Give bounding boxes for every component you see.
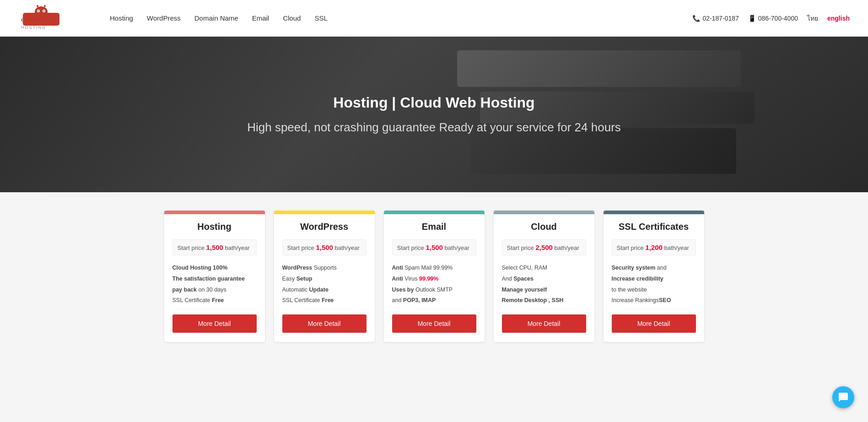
nav-cloud[interactable]: Cloud [283,14,301,22]
header: chaive HOSTING Hosting WordPress Domain … [0,0,868,37]
main-nav: Hosting WordPress Domain Name Email Clou… [110,14,692,22]
hero-subtitle: High speed, not crashing guarantee Ready… [247,120,621,135]
feature-text: Spam Mail 99.99% [403,265,453,271]
chat-icon [838,392,849,403]
card-cloud-price: Start price 2,500 bath/year [502,239,586,255]
card-wordpress-title: WordPress [282,222,367,232]
card-hosting-price-unit: bath/year [225,244,250,251]
card-hosting-title: Hosting [173,222,257,232]
card-wordpress-price-unit: bath/year [335,244,360,251]
card-hosting-features: Cloud Hosting 100% The satisfaction guar… [173,263,257,306]
feature-text: And [502,276,514,282]
feature-text: Easy [282,276,297,282]
nav-hosting[interactable]: Hosting [110,14,133,22]
feature-text: Automatic [282,287,309,293]
card-wordpress-price: Start price 1,500 bath/year [282,239,367,255]
svg-point-7 [37,5,38,7]
card-email-bar [384,211,485,214]
card-email-price: Start price 1,500 bath/year [392,239,476,255]
feature-text: Setup [297,276,313,282]
card-cloud-price-unit: bath/year [555,244,579,251]
card-cloud-btn[interactable]: More Detail [502,314,586,333]
card-ssl-title: SSL Certificates [612,222,696,232]
card-ssl-price-label: Start price [617,244,644,251]
card-ssl-price-unit: bath/year [664,244,689,251]
svg-point-9 [44,5,46,7]
card-email-btn[interactable]: More Detail [392,314,476,333]
card-ssl: SSL Certificates Start price 1,200 bath/… [604,211,704,342]
card-cloud-bar [494,211,594,214]
feature-text: Free [322,297,334,303]
card-ssl-btn[interactable]: More Detail [612,314,696,333]
phone-1-number: 02-187-0187 [702,15,739,22]
card-email-price-unit: bath/year [445,244,469,251]
feature-text: Anti [392,265,403,271]
feature-text: Spaces [513,276,534,282]
feature-text: pay back [173,287,197,293]
card-wordpress-btn[interactable]: More Detail [282,314,367,333]
card-ssl-features: Security system and Increase credibility… [612,263,696,306]
card-cloud-title: Cloud [502,222,586,232]
feature-text: Free [212,297,224,303]
feature-text: Anti [392,276,403,282]
card-hosting-btn[interactable]: More Detail [173,314,257,333]
card-wordpress-features: WordPress Supports Easy Setup Automatic … [282,263,367,306]
card-hosting-price-num: 1,500 [206,243,223,251]
feature-text: Manage yourself [502,287,547,293]
logo-svg: chaive HOSTING [18,5,92,32]
pricing-cards-section: Hosting Start price 1,500 bath/year Clou… [0,192,868,360]
card-wordpress-bar [274,211,375,214]
card-wordpress-price-num: 1,500 [316,243,333,251]
lang-th-button[interactable]: ไทย [807,13,818,23]
feature-text: Update [309,287,329,293]
hero-title: Hosting | Cloud Web Hosting [247,94,621,111]
chat-button[interactable] [832,386,854,406]
card-ssl-price-num: 1,200 [645,243,663,251]
feature-text: Select CPU, RAM [502,265,547,271]
feature-text: to the website [612,287,647,293]
feature-text: Cloud Hosting 100% [173,265,228,271]
phone-2-number: 086-700-4000 [758,15,798,22]
feature-text: Security system [612,265,656,271]
feature-text: WordPress [282,265,313,271]
feature-text: Virus [403,276,419,282]
card-wordpress-price-label: Start price [287,244,314,251]
feature-text: Increase credibility [612,276,663,282]
card-hosting-price: Start price 1,500 bath/year [173,239,257,255]
logo[interactable]: chaive HOSTING [18,5,92,32]
card-ssl-bar [604,211,704,214]
feature-text: Supports [312,265,337,271]
lang-en-button[interactable]: english [827,15,850,22]
feature-text: and [392,297,403,303]
card-email-price-num: 1,500 [426,243,443,251]
phone-2: 📱 086-700-4000 [748,15,798,22]
feature-text: 99.99% [419,276,438,282]
card-cloud-features: Select CPU, RAM And Spaces Manage yourse… [502,263,586,306]
feature-text: POP3, IMAP [403,297,436,303]
card-hosting-price-label: Start price [178,244,205,251]
nav-wordpress[interactable]: WordPress [147,14,181,22]
svg-point-4 [38,10,39,11]
svg-point-5 [43,10,45,11]
nav-domain[interactable]: Domain Name [194,14,238,22]
hero-content: Hosting | Cloud Web Hosting High speed, … [247,94,621,135]
feature-text: SEO [659,297,671,303]
svg-text:chaive: chaive [21,16,39,23]
svg-text:HOSTING: HOSTING [21,25,46,30]
card-ssl-price: Start price 1,200 bath/year [612,239,696,255]
nav-email[interactable]: Email [252,14,270,22]
feature-text: Remote Desktop , SSH [502,297,564,303]
feature-text: SSL Certificate [282,297,322,303]
device-shape-1 [457,50,741,87]
card-cloud-price-label: Start price [507,244,534,251]
feature-text: The satisfaction guarantee [173,276,245,282]
nav-ssl[interactable]: SSL [314,14,327,22]
header-contact: 📞 02-187-0187 📱 086-700-4000 ไทย english [692,13,850,23]
card-email: Email Start price 1,500 bath/year Anti S… [384,211,485,342]
feature-text: Uses by [392,287,414,293]
hero-banner: Hosting | Cloud Web Hosting High speed, … [0,37,868,192]
card-email-title: Email [392,222,476,232]
card-cloud-price-num: 2,500 [535,243,553,251]
phone-icon: 📞 [692,15,700,22]
feature-text: Increase Rankings [612,297,659,303]
